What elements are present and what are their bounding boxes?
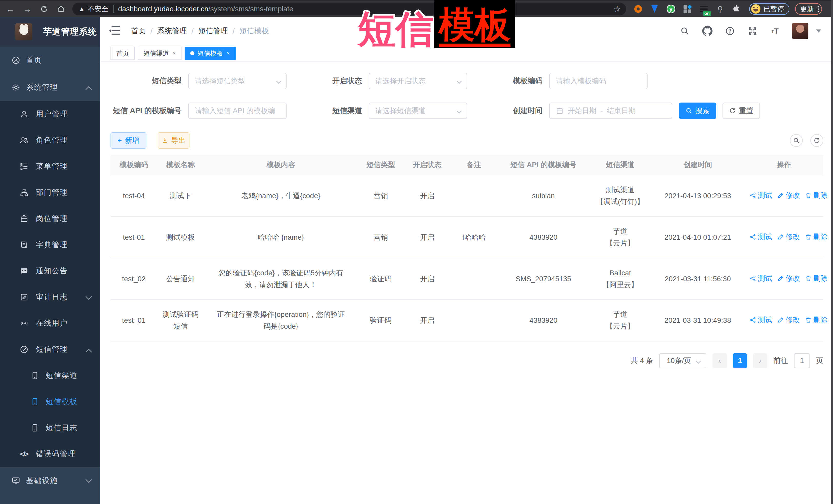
next-page-button[interactable]: › <box>753 353 767 368</box>
tab-sms-channel[interactable]: 短信渠道 × <box>138 47 182 60</box>
edit-action-link[interactable]: 修改 <box>777 189 800 201</box>
github-icon[interactable] <box>702 25 713 37</box>
cell-template-content: 您的验证码{code}，该验证码5分钟内有效，请勿泄漏于他人！ <box>204 258 358 300</box>
sidebar-item-16[interactable]: 基础设施 <box>0 467 100 494</box>
sms-type-select[interactable]: 请选择短信类型 <box>188 73 287 89</box>
extension-ring-icon[interactable] <box>633 4 643 14</box>
extension-pin-icon[interactable] <box>650 4 660 14</box>
app-logo-row[interactable]: 芋道管理系统 <box>0 17 100 47</box>
tab-home[interactable]: 首页 <box>111 47 135 60</box>
created-time-range-picker[interactable]: 开始日期 - 结束日期 <box>549 102 672 119</box>
test-action-link[interactable]: 测试 <box>750 314 772 326</box>
sidebar-item-5[interactable]: 部门管理 <box>0 179 100 206</box>
channel-select[interactable]: 请选择短信渠道 <box>369 102 467 119</box>
add-button[interactable]: + 新增 <box>111 132 146 149</box>
sidebar-item-10[interactable]: 在线用户 <box>0 310 100 336</box>
reset-button[interactable]: 重置 <box>722 102 760 119</box>
breadcrumb-separator: / <box>233 27 235 35</box>
browser-reload-icon[interactable] <box>38 2 51 16</box>
browser-update-button[interactable]: 更新 <box>795 3 822 15</box>
date-start-placeholder: 开始日期 <box>568 106 596 116</box>
cell-template-code: test-04 <box>111 175 157 217</box>
collapse-sidebar-icon[interactable] <box>109 26 120 36</box>
chevron-up-icon <box>86 86 92 93</box>
sidebar-item-9[interactable]: 审计日志 <box>0 284 100 310</box>
api-template-id-input[interactable]: 请输入短信 API 的模板编 <box>188 102 287 119</box>
breadcrumb-item-1[interactable]: 系统管理 <box>157 26 187 36</box>
browser-menu-icon[interactable] <box>817 6 819 12</box>
sidebar-item-6[interactable]: 岗位管理 <box>0 206 100 232</box>
cell-api-template-id: SMS_207945135 <box>497 258 590 300</box>
user-menu-caret-icon[interactable] <box>816 29 821 32</box>
chevron-down-icon <box>86 293 92 300</box>
export-button[interactable]: 导出 <box>158 132 189 149</box>
cell-created-time: 2021-04-13 00:29:53 <box>651 175 744 217</box>
test-action-link[interactable]: 测试 <box>750 272 772 284</box>
tab-sms-template[interactable]: 短信模板 × <box>185 47 236 60</box>
show-search-toggle-button[interactable] <box>790 134 803 147</box>
test-action-link[interactable]: 测试 <box>750 189 772 201</box>
audit-log-icon <box>20 292 29 302</box>
sidebar-item-7[interactable]: 字典管理 <box>0 232 100 258</box>
profile-paused-badge[interactable]: 已暂停 <box>749 3 789 15</box>
user-avatar[interactable] <box>792 23 808 39</box>
sidebar: 芋道管理系统 首页系统管理用户管理角色管理菜单管理部门管理岗位管理字典管理通知公… <box>0 17 100 504</box>
date-end-placeholder: 结束日期 <box>607 106 636 116</box>
goto-page-input[interactable]: 1 <box>794 353 810 368</box>
header-search-icon[interactable] <box>679 25 690 37</box>
extension-magnifier-icon[interactable]: ⚲ <box>715 4 725 14</box>
close-tab-icon[interactable]: × <box>227 50 230 57</box>
plus-icon: + <box>118 136 122 145</box>
table-body: test-04测试下老鸡{name}，牛逼{code}营销开启suibian测试… <box>111 175 823 341</box>
sidebar-item-11[interactable]: 短信管理 <box>0 336 100 362</box>
browser-back-icon[interactable]: ← <box>4 2 17 16</box>
window-scrollbar[interactable] <box>831 0 833 504</box>
table-row: test_01测试验证码短信正在进行登录操作{operation}，您的验证码是… <box>111 300 823 341</box>
delete-action-link[interactable]: 删除 <box>805 189 828 201</box>
sidebar-item-4[interactable]: 菜单管理 <box>0 153 100 179</box>
cell-sms-type: 验证码 <box>358 258 404 300</box>
browser-forward-icon[interactable]: → <box>21 2 34 16</box>
test-action-link[interactable]: 测试 <box>750 231 772 243</box>
sidebar-item-3[interactable]: 角色管理 <box>0 127 100 153</box>
sidebar-item-15[interactable]: </>错误码管理 <box>0 441 100 467</box>
col-template-content: 模板内容 <box>204 155 358 175</box>
close-tab-icon[interactable]: × <box>172 50 176 57</box>
extensions-puzzle-icon[interactable] <box>732 4 741 14</box>
template-code-input[interactable]: 请输入模板编码 <box>549 73 648 89</box>
address-bar[interactable]: ▲ 不安全 dashboard.yudao.iocoder.cn /system… <box>72 3 626 16</box>
sidebar-item-2[interactable]: 用户管理 <box>0 101 100 127</box>
sidebar-item-12[interactable]: 短信渠道 <box>0 362 100 389</box>
page-size-select[interactable]: 10条/页 <box>659 353 706 368</box>
breadcrumb-item-0[interactable]: 首页 <box>131 26 146 36</box>
goto-label: 前往 <box>774 356 788 365</box>
sidebar-item-1[interactable]: 系统管理 <box>0 74 100 101</box>
page-number-button[interactable]: 1 <box>733 353 747 368</box>
edit-action-link[interactable]: 修改 <box>777 314 800 326</box>
extension-y-icon[interactable]: y <box>666 4 676 14</box>
refresh-table-button[interactable] <box>810 134 823 147</box>
delete-action-link[interactable]: 删除 <box>805 272 828 284</box>
search-button[interactable]: 搜索 <box>679 102 716 119</box>
prev-page-button[interactable]: ‹ <box>713 353 727 368</box>
font-size-icon[interactable]: тT <box>769 25 781 37</box>
cell-sms-type: 营销 <box>358 175 404 217</box>
edit-action-link[interactable]: 修改 <box>777 272 800 284</box>
edit-action-link[interactable]: 修改 <box>777 231 800 243</box>
sidebar-item-8[interactable]: 通知公告 <box>0 258 100 284</box>
delete-action-link[interactable]: 删除 <box>805 314 828 326</box>
browser-home-icon[interactable] <box>54 2 68 16</box>
cell-api-template-id: 4383920 <box>497 217 590 258</box>
fullscreen-icon[interactable] <box>747 25 758 37</box>
breadcrumb-item-2[interactable]: 短信管理 <box>198 26 228 36</box>
delete-action-link[interactable]: 删除 <box>805 231 828 243</box>
sidebar-item-0[interactable]: 首页 <box>0 47 100 74</box>
extension-grid-icon[interactable] <box>683 4 692 14</box>
extension-list-icon[interactable]: on <box>699 4 709 14</box>
bookmark-star-icon[interactable]: ☆ <box>614 4 621 14</box>
sidebar-item-14[interactable]: 短信日志 <box>0 415 100 441</box>
cell-actions: 测试修改删除 <box>744 217 823 258</box>
sidebar-item-13[interactable]: 短信模板 <box>0 389 100 415</box>
status-select[interactable]: 请选择开启状态 <box>369 73 467 89</box>
help-icon[interactable] <box>724 25 736 37</box>
